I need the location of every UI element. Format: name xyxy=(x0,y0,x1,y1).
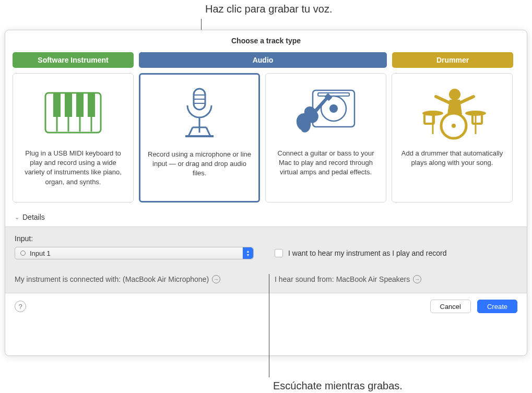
card-guitar-desc: Connect a guitar or bass to your Mac to … xyxy=(273,149,379,177)
svg-line-16 xyxy=(206,127,210,136)
input-channel-icon xyxy=(20,251,26,256)
hear-from-value: MacBook Air Speakers xyxy=(336,275,410,283)
connected-with-link-icon[interactable]: → xyxy=(212,275,220,283)
svg-rect-5 xyxy=(53,93,61,117)
svg-point-21 xyxy=(329,104,338,113)
card-drummer-desc: Add a drummer that automatically plays a… xyxy=(399,149,505,168)
chevron-down-icon: ⌄ xyxy=(15,214,19,221)
dialog-footer: ? Cancel Create xyxy=(5,293,527,319)
card-mic-desc: Record using a microphone or line input … xyxy=(148,150,251,178)
connected-with-prefix: My instrument is connected with: xyxy=(15,275,121,283)
card-software-desc: Plug in a USB MIDI keyboard to play and … xyxy=(20,149,126,187)
svg-rect-22 xyxy=(318,93,349,96)
choose-track-dialog: Choose a track type Software Instrument … xyxy=(5,30,527,356)
tab-drummer[interactable]: Drummer xyxy=(392,52,513,68)
svg-line-15 xyxy=(188,127,193,136)
help-button[interactable]: ? xyxy=(15,301,26,312)
svg-point-24 xyxy=(449,89,460,100)
input-select-value: Input 1 xyxy=(30,249,51,257)
create-button[interactable]: Create xyxy=(477,300,517,313)
callout-bottom-text: Escúchate mientras grabas. xyxy=(273,380,403,392)
hear-from-prefix: I hear sound from: xyxy=(275,275,334,283)
details-disclosure[interactable]: ⌄ Details xyxy=(5,203,527,227)
card-audio-mic[interactable]: Record using a microphone or line input … xyxy=(139,73,260,203)
svg-rect-8 xyxy=(88,93,95,117)
svg-point-32 xyxy=(452,124,456,128)
cancel-button[interactable]: Cancel xyxy=(430,300,471,313)
details-label: Details xyxy=(22,213,45,221)
tab-audio[interactable]: Audio xyxy=(139,52,387,68)
input-select[interactable]: Input 1 ▲▼ xyxy=(15,247,254,259)
drummer-icon xyxy=(417,84,488,141)
select-arrow-icon: ▲▼ xyxy=(243,247,253,259)
callout-bottom-line xyxy=(269,274,269,377)
connected-with-value: (MacBook Air Microphone) xyxy=(123,275,209,283)
window-title: Choose a track type xyxy=(5,30,527,52)
svg-line-26 xyxy=(460,97,474,103)
guitar-amp-icon xyxy=(292,84,360,141)
microphone-icon xyxy=(176,85,223,142)
monitor-checkbox[interactable] xyxy=(275,249,283,257)
input-section-label: Input: xyxy=(15,234,517,243)
track-type-tabs: Software Instrument Audio Drummer xyxy=(5,52,527,68)
card-drummer[interactable]: Add a drummer that automatically plays a… xyxy=(392,73,513,203)
hear-from-link-icon[interactable]: → xyxy=(413,275,421,283)
keyboard-icon xyxy=(44,84,102,141)
tab-software-instrument[interactable]: Software Instrument xyxy=(13,52,134,68)
card-software-instrument[interactable]: Plug in a USB MIDI keyboard to play and … xyxy=(13,73,134,203)
svg-rect-6 xyxy=(65,93,72,117)
callout-top-text: Haz clic para grabar tu voz. xyxy=(205,3,332,15)
card-audio-guitar[interactable]: Connect a guitar or bass to your Mac to … xyxy=(265,73,386,203)
track-type-cards: Plug in a USB MIDI keyboard to play and … xyxy=(5,68,527,203)
svg-line-25 xyxy=(436,97,450,103)
svg-rect-7 xyxy=(76,93,84,117)
monitor-checkbox-label: I want to hear my instrument as I play a… xyxy=(288,249,446,257)
details-panel: Input: Input 1 ▲▼ I want to hear my inst… xyxy=(5,227,527,293)
